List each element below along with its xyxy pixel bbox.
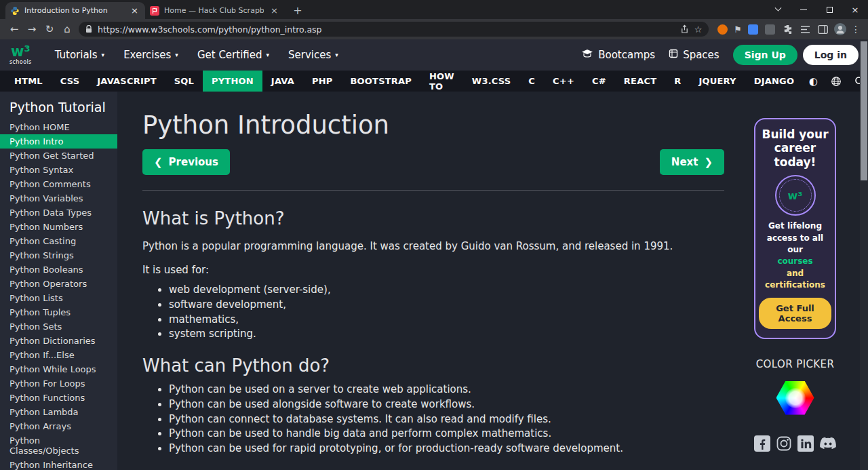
sidebar-item-python-for-loops[interactable]: Python For Loops [0, 376, 117, 391]
nav-react[interactable]: REACT [615, 71, 665, 92]
previous-label: Previous [169, 156, 218, 168]
discord-icon[interactable] [819, 437, 837, 453]
sidebar-item-python-comments[interactable]: Python Comments [0, 177, 117, 191]
get-full-access-button[interactable]: Get Full Access [759, 298, 831, 329]
tab-title: Introduction to Python [24, 6, 124, 15]
sidebar-item-python-operators[interactable]: Python Operators [0, 277, 117, 291]
sidebar-item-python-if-else[interactable]: Python If...Else [0, 348, 117, 362]
bootcamps-link[interactable]: Bootcamps [581, 49, 655, 61]
facebook-icon[interactable] [754, 435, 770, 454]
nav-php[interactable]: PHP [303, 71, 342, 92]
tab-hack-club-scrapbook[interactable]: Home — Hack Club Scrapbook × [145, 2, 285, 19]
sidebar-item-python-arrays[interactable]: Python Arrays [0, 419, 117, 433]
nav-csharp[interactable]: C# [583, 71, 615, 92]
linkedin-icon[interactable] [797, 435, 814, 454]
tab-close-icon[interactable]: × [269, 5, 280, 16]
ad-line: courses [759, 256, 831, 267]
log-in-button[interactable]: Log in [803, 45, 859, 65]
menu-get-certified[interactable]: Get Certified ▾ [197, 49, 269, 61]
nav-django[interactable]: DJANGO [745, 71, 804, 92]
reload-icon[interactable]: ↻ [41, 20, 58, 38]
url-text[interactable]: https://www.w3schools.com/python/python_… [98, 24, 675, 35]
nav-sql[interactable]: SQL [165, 71, 203, 92]
nav-r[interactable]: R [665, 71, 690, 92]
nav-w3css[interactable]: W3.CSS [463, 71, 519, 92]
w3schools-logo[interactable]: w³ schools [9, 45, 32, 65]
language-globe-icon[interactable] [826, 76, 846, 87]
previous-button[interactable]: ❮ Previous [142, 149, 230, 175]
logo-mark: w³ [11, 45, 31, 59]
used-for-list: web development (server-side), software … [157, 283, 724, 340]
address-bar[interactable]: https://www.w3schools.com/python/python_… [79, 22, 709, 37]
sidebar-item-python-syntax[interactable]: Python Syntax [0, 163, 117, 177]
profile-avatar[interactable] [831, 20, 849, 38]
share-icon[interactable] [680, 24, 689, 34]
forward-icon[interactable]: → [23, 20, 41, 38]
sidebar-item-python-booleans[interactable]: Python Booleans [0, 262, 117, 277]
extension-flag-icon[interactable]: ⚑ [734, 24, 742, 35]
menu-tutorials[interactable]: Tutorials ▾ [55, 49, 105, 61]
side-panel-icon[interactable] [814, 20, 831, 38]
bookmark-star-icon[interactable]: ☆ [694, 24, 703, 35]
nav-python[interactable]: PYTHON [203, 71, 262, 92]
sidebar-item-python-get-started[interactable]: Python Get Started [0, 149, 117, 163]
spaces-link[interactable]: Spaces [669, 49, 719, 61]
sidebar-item-python-strings[interactable]: Python Strings [0, 248, 117, 262]
sidebar-item-python-intro[interactable]: Python Intro [0, 134, 117, 149]
chevron-down-icon: ▾ [267, 52, 270, 58]
color-picker-hexagon[interactable] [776, 381, 814, 415]
sidebar-item-python-dictionaries[interactable]: Python Dictionaries [0, 334, 117, 348]
sidebar-item-python-tuples[interactable]: Python Tuples [0, 305, 117, 319]
extensions-puzzle-icon[interactable] [778, 20, 796, 38]
hexagon-center [785, 388, 806, 408]
next-button[interactable]: Next ❯ [660, 149, 724, 175]
new-tab-button[interactable]: + [289, 2, 307, 19]
nav-how-to[interactable]: HOW TO [420, 71, 463, 92]
close-button[interactable]: × [842, 0, 868, 19]
sidebar-item-python-variables[interactable]: Python Variables [0, 191, 117, 205]
minimize-button[interactable] [791, 0, 816, 19]
sidebar-item-python-lists[interactable]: Python Lists [0, 291, 117, 305]
sidebar-item-python-sets[interactable]: Python Sets [0, 319, 117, 334]
hackclub-favicon-icon [150, 6, 159, 16]
page-scrollbar[interactable] [860, 39, 868, 470]
sidebar-item-python-functions[interactable]: Python Functions [0, 391, 117, 405]
nav-c[interactable]: C [519, 71, 544, 92]
nav-javascript[interactable]: JAVASCRIPT [88, 71, 165, 92]
color-picker-label: COLOR PICKER [754, 358, 836, 370]
nav-bootstrap[interactable]: BOOTSTRAP [341, 71, 420, 92]
tab-close-icon[interactable]: × [129, 5, 140, 16]
extension-icon-blue[interactable] [748, 24, 758, 35]
browser-toolbar: ← → ↻ ⌂ https://www.w3schools.com/python… [0, 19, 868, 39]
reading-list-icon[interactable] [796, 20, 814, 38]
sidebar-item-python-inheritance[interactable]: Python Inheritance [0, 458, 117, 470]
tab-introduction-to-python[interactable]: Introduction to Python × [5, 2, 145, 19]
browser-menu-icon[interactable]: ⋮ [849, 24, 863, 35]
scrollbar-thumb[interactable] [861, 41, 867, 180]
sidebar-item-python-data-types[interactable]: Python Data Types [0, 205, 117, 220]
what-is-python-heading: What is Python? [142, 208, 724, 229]
sidebar-item-python-casting[interactable]: Python Casting [0, 234, 117, 248]
nav-jquery[interactable]: JQUERY [690, 71, 745, 92]
sidebar-item-python-lambda[interactable]: Python Lambda [0, 405, 117, 419]
nav-cpp[interactable]: C++ [544, 71, 583, 92]
nav-java[interactable]: JAVA [262, 71, 303, 92]
home-icon[interactable]: ⌂ [58, 20, 76, 38]
sidebar-item-python-while-loops[interactable]: Python While Loops [0, 362, 117, 376]
sidebar-item-python-numbers[interactable]: Python Numbers [0, 220, 117, 234]
extension-icon-gray[interactable] [765, 24, 775, 35]
nav-html[interactable]: HTML [5, 71, 52, 92]
instagram-icon[interactable] [776, 435, 792, 454]
sidebar-item-python-home[interactable]: Python HOME [0, 120, 117, 134]
back-icon[interactable]: ← [5, 20, 23, 38]
nav-css[interactable]: CSS [52, 71, 89, 92]
menu-services[interactable]: Services ▾ [288, 49, 338, 61]
tab-search-chevron-icon[interactable] [765, 0, 791, 19]
chevron-down-icon: ▾ [175, 52, 178, 58]
extension-icon-orange[interactable] [717, 24, 728, 35]
sign-up-button[interactable]: Sign Up [733, 45, 797, 65]
theme-toggle-icon[interactable]: ◐ [803, 75, 823, 87]
sidebar-item-python-classes-objects[interactable]: Python Classes/Objects [0, 433, 117, 458]
maximize-button[interactable] [816, 0, 842, 19]
menu-exercises[interactable]: Exercises ▾ [123, 49, 178, 61]
